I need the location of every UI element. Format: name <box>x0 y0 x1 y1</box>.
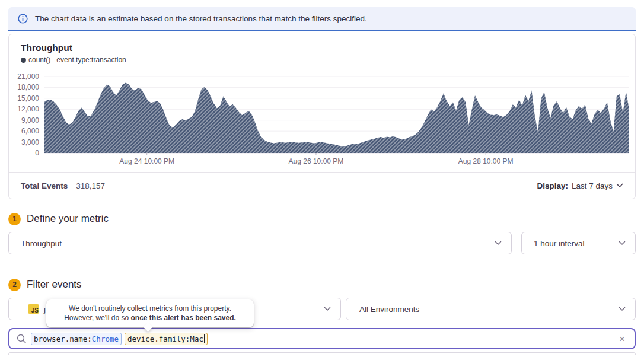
javascript-platform-icon: JS <box>28 304 39 314</box>
svg-text:Aug 26 10:00 PM: Aug 26 10:00 PM <box>289 157 344 165</box>
chevron-down-icon <box>495 241 502 246</box>
alert-builder-page: The chart data is an estimate based on t… <box>0 0 644 355</box>
step-1-badge: 1 <box>8 213 21 225</box>
chart-title: Throughput <box>21 43 635 53</box>
svg-text:9,000: 9,000 <box>21 116 39 125</box>
svg-text:18,000: 18,000 <box>17 83 39 91</box>
legend-query: event.type:transaction <box>56 56 126 64</box>
environment-select[interactable]: All Environments <box>346 298 636 320</box>
text-caret <box>204 334 205 343</box>
filter-search-input[interactable]: browser.name:Chrome device.family:Mac × <box>8 328 636 349</box>
search-token-browser-name[interactable]: browser.name:Chrome <box>31 333 122 345</box>
step-2-badge: 2 <box>8 279 21 291</box>
chart-footer: Total Events 318,157 Display: Last 7 day… <box>9 173 635 199</box>
clear-search-icon[interactable]: × <box>617 333 627 345</box>
define-metric-title: Define your metric <box>27 213 109 225</box>
svg-text:21,000: 21,000 <box>17 72 39 81</box>
throughput-chart: 03,0006,0009,00012,00015,00018,00021,000… <box>9 66 635 172</box>
legend-bullet-icon <box>21 58 26 63</box>
svg-text:6,000: 6,000 <box>21 127 39 135</box>
chart-panel: Throughput count() event.type:transactio… <box>8 34 636 199</box>
metrics-property-tooltip: We don't routinely collect metrics from … <box>46 299 254 327</box>
filter-events-title: Filter events <box>27 279 82 291</box>
info-banner: The chart data is an estimate based on t… <box>8 7 636 31</box>
chevron-down-icon <box>619 307 626 311</box>
chevron-down-icon <box>619 241 626 246</box>
svg-text:Aug 28 10:00 PM: Aug 28 10:00 PM <box>458 157 514 165</box>
section-filter-events: 2 Filter events <box>8 277 636 292</box>
chevron-down-icon <box>324 307 331 311</box>
svg-text:Aug 24 10:00 PM: Aug 24 10:00 PM <box>119 157 174 165</box>
svg-text:12,000: 12,000 <box>17 105 39 113</box>
banner-text: The chart data is an estimate based on t… <box>35 14 367 23</box>
svg-text:3,000: 3,000 <box>21 138 39 146</box>
section-define-metric: 1 Define your metric <box>8 211 636 227</box>
search-icon <box>17 334 27 344</box>
search-token-device-family[interactable]: device.family:Mac <box>125 333 208 345</box>
chevron-down-icon <box>616 183 623 188</box>
legend-series: count() <box>21 56 50 64</box>
svg-text:0: 0 <box>35 149 39 157</box>
total-events-label: Total Events <box>21 181 68 190</box>
metric-select[interactable]: Throughput <box>8 232 512 254</box>
search-token-list: browser.name:Chrome device.family:Mac <box>31 333 613 345</box>
svg-text:15,000: 15,000 <box>17 94 39 103</box>
next-panel-top-edge <box>8 352 636 355</box>
chart-legend: count() event.type:transaction <box>21 56 635 64</box>
info-icon <box>18 14 28 24</box>
display-period-dropdown[interactable]: Display: Last 7 days <box>537 181 623 190</box>
total-events-value: 318,157 <box>76 181 105 190</box>
interval-select[interactable]: 1 hour interval <box>521 232 636 254</box>
